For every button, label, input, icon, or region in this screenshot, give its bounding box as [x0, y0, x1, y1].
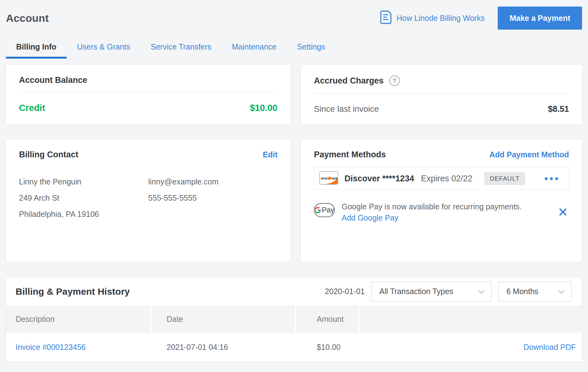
invoice-amount: $10.00 — [296, 343, 360, 352]
svg-text:VER: VER — [331, 177, 337, 180]
make-a-payment-button[interactable]: Make a Payment — [498, 7, 582, 30]
time-range-select[interactable]: 6 Months — [498, 282, 572, 302]
payment-method-actions-menu-icon[interactable] — [543, 175, 560, 182]
column-header-actions — [360, 306, 582, 333]
account-balance-title: Account Balance — [19, 75, 277, 85]
transaction-types-select[interactable]: All Transaction Types — [371, 282, 492, 302]
history-table-header: Description Date Amount — [6, 306, 582, 333]
accrued-charges-header: Accrued Charges ? — [314, 75, 569, 86]
google-pay-icon: Pay — [314, 203, 335, 217]
page-title: Account — [6, 12, 49, 24]
accrued-charges-row: Since last invoice $8.51 — [314, 104, 569, 114]
page-header: Account How Linode Billing Works Make a … — [0, 0, 588, 29]
account-tabs: Billing Info Users & Grants Service Tran… — [6, 37, 582, 59]
contact-address-line2: Philadelphia, PA 19106 — [19, 209, 148, 219]
contact-name: Linny the Penguin — [19, 177, 148, 186]
download-pdf-link[interactable]: Download PDF — [524, 343, 576, 351]
billing-history-panel: Billing & Payment History 2020-01-01 All… — [6, 277, 582, 362]
header-actions: How Linode Billing Works Make a Payment — [380, 7, 582, 30]
tab-billing-info[interactable]: Billing Info — [6, 37, 67, 59]
billing-document-icon — [380, 10, 392, 26]
discover-card-icon: DISC VER — [319, 171, 338, 186]
billing-contact-card: Billing Contact Edit Linny the Penguin 2… — [6, 139, 291, 262]
column-header-description: Description — [6, 306, 150, 333]
contact-reach-column: linny@example.com 555-555-5555 — [148, 177, 277, 226]
accrued-amount: $8.51 — [548, 104, 569, 114]
column-header-amount: Amount — [296, 306, 358, 333]
billing-contact-details: Linny the Penguin 249 Arch St Philadelph… — [19, 177, 277, 226]
how-billing-works-label: How Linode Billing Works — [396, 14, 485, 23]
credit-amount: $10.00 — [250, 103, 277, 113]
contact-address-line1: 249 Arch St — [19, 193, 148, 203]
edit-billing-contact-link[interactable]: Edit — [263, 150, 277, 159]
accrued-charges-card: Accrued Charges ? Since last invoice $8.… — [301, 65, 582, 124]
chevron-down-icon — [558, 287, 565, 296]
google-pay-message: Google Pay is now available for recurrin… — [342, 201, 522, 212]
time-range-value: 6 Months — [506, 287, 538, 296]
google-pay-banner: Pay Google Pay is now available for recu… — [314, 201, 569, 224]
chevron-down-icon — [478, 287, 485, 296]
table-row: Invoice #000123456 2021-07-01 04:16 $10.… — [6, 333, 582, 362]
payment-method-row: DISC VER Discover ****1234 Expires 02/22… — [314, 167, 569, 190]
billing-contact-title: Billing Contact — [19, 150, 78, 160]
account-balance-row: Credit $10.00 — [19, 103, 277, 113]
add-google-pay-link[interactable]: Add Google Pay — [342, 212, 522, 224]
contact-address-column: Linny the Penguin 249 Arch St Philadelph… — [19, 177, 148, 226]
credit-label: Credit — [19, 103, 45, 113]
billing-history-title: Billing & Payment History — [16, 286, 130, 297]
billing-history-filters: 2020-01-01 All Transaction Types 6 Month… — [325, 282, 572, 302]
billing-history-header: Billing & Payment History 2020-01-01 All… — [6, 277, 582, 306]
card-expiry: Expires 02/22 — [421, 174, 472, 184]
column-header-date: Date — [152, 306, 295, 333]
invoice-date: 2021-07-01 04:16 — [152, 343, 296, 352]
card-label: Discover ****1234 — [344, 174, 414, 184]
tab-users-grants[interactable]: Users & Grants — [67, 37, 140, 59]
svg-text:DISC: DISC — [321, 177, 328, 180]
contact-email: linny@example.com — [148, 177, 277, 186]
card-divider — [314, 93, 569, 94]
invoice-link[interactable]: Invoice #000123456 — [16, 343, 86, 351]
accrued-charges-title: Accrued Charges — [314, 76, 384, 86]
payment-methods-title: Payment Methods — [314, 150, 386, 160]
tab-maintenance[interactable]: Maintenance — [222, 37, 287, 59]
tab-service-transfers[interactable]: Service Transfers — [140, 37, 222, 59]
account-balance-card: Account Balance Credit $10.00 — [6, 65, 291, 124]
history-start-date: 2020-01-01 — [325, 287, 365, 296]
tab-settings[interactable]: Settings — [287, 37, 335, 59]
transaction-types-value: All Transaction Types — [379, 287, 453, 296]
payment-methods-card: Payment Methods Add Payment Method DISC … — [301, 139, 582, 262]
contact-phone: 555-555-5555 — [148, 193, 277, 203]
default-badge: DEFAULT — [484, 172, 525, 185]
dismiss-google-pay-icon[interactable] — [557, 206, 569, 219]
help-icon[interactable]: ? — [389, 75, 400, 86]
google-pay-icon-text: Pay — [322, 206, 334, 214]
add-payment-method-link[interactable]: Add Payment Method — [489, 150, 569, 159]
card-divider — [19, 93, 277, 93]
how-billing-works-link[interactable]: How Linode Billing Works — [380, 10, 485, 26]
since-last-invoice-label: Since last invoice — [314, 104, 379, 114]
